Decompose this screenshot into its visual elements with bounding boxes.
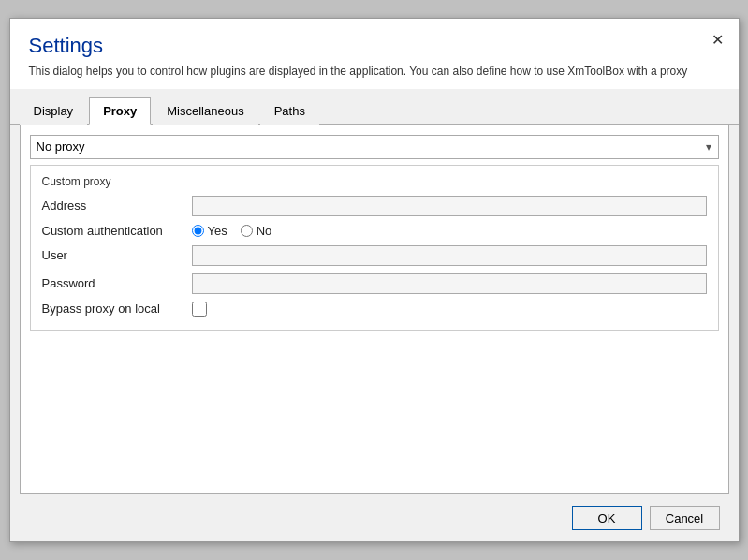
tab-paths[interactable]: Paths bbox=[260, 97, 319, 125]
address-row: Address bbox=[42, 196, 707, 216]
tab-miscellaneous[interactable]: Miscellaneous bbox=[153, 97, 257, 125]
bypass-label: Bypass proxy on local bbox=[42, 302, 192, 316]
tab-display[interactable]: Display bbox=[20, 97, 88, 125]
dialog-description: This dialog helps you to control how plu… bbox=[29, 64, 688, 80]
yes-radio-label[interactable]: Yes bbox=[192, 224, 227, 238]
proxy-select-wrapper: No proxy System proxy Custom proxy bbox=[30, 135, 719, 159]
yes-radio[interactable] bbox=[192, 225, 204, 237]
ok-button[interactable]: OK bbox=[572, 506, 642, 530]
custom-proxy-section: Custom proxy Address Custom authenticati… bbox=[30, 165, 719, 331]
dialog-title: Settings bbox=[29, 34, 104, 58]
bypass-row: Bypass proxy on local bbox=[42, 302, 707, 317]
close-button[interactable]: ✕ bbox=[707, 28, 729, 51]
proxy-select[interactable]: No proxy System proxy Custom proxy bbox=[30, 135, 719, 159]
user-input[interactable] bbox=[192, 245, 707, 266]
proxy-dropdown-row: No proxy System proxy Custom proxy bbox=[30, 135, 719, 159]
tab-content: No proxy System proxy Custom proxy Custo… bbox=[20, 125, 729, 494]
password-row: Password bbox=[42, 273, 707, 294]
custom-auth-row: Custom authentication Yes No bbox=[42, 224, 707, 238]
user-label: User bbox=[42, 248, 192, 262]
no-radio[interactable] bbox=[241, 225, 253, 237]
bypass-checkbox[interactable] bbox=[192, 302, 207, 317]
custom-proxy-label: Custom proxy bbox=[42, 175, 707, 188]
password-label: Password bbox=[42, 276, 192, 290]
password-input[interactable] bbox=[192, 273, 707, 294]
cancel-button[interactable]: Cancel bbox=[650, 506, 720, 530]
dialog-footer: OK Cancel bbox=[10, 494, 739, 541]
tab-proxy[interactable]: Proxy bbox=[89, 97, 151, 125]
address-label: Address bbox=[42, 199, 192, 213]
auth-radio-group: Yes No bbox=[192, 224, 272, 238]
address-input[interactable] bbox=[192, 196, 707, 216]
settings-dialog: ✕ Settings This dialog helps you to cont… bbox=[9, 18, 740, 542]
custom-auth-label: Custom authentication bbox=[42, 224, 192, 238]
user-row: User bbox=[42, 245, 707, 266]
title-bar: Settings This dialog helps you to contro… bbox=[10, 19, 739, 89]
tab-bar: Display Proxy Miscellaneous Paths bbox=[10, 96, 739, 125]
no-radio-label[interactable]: No bbox=[241, 224, 272, 238]
